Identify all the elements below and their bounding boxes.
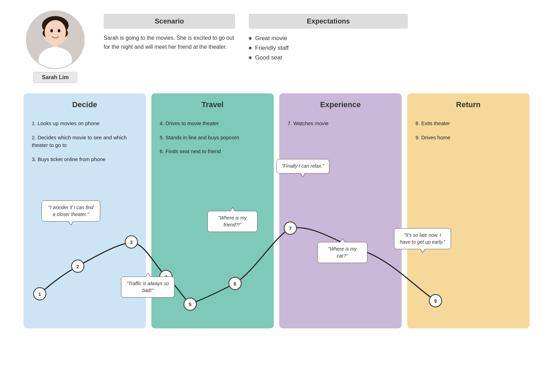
- avatar: [26, 10, 85, 69]
- scenario-box: Scenario Sarah is going to the movies. S…: [104, 14, 235, 63]
- step-return-9: 9. Drives home: [415, 134, 521, 142]
- svg-point-5: [50, 29, 53, 32]
- scenario-text: Sarah is going to the movies. She is exc…: [104, 34, 235, 51]
- step-decide-2: 2. Decides which movie to see and which …: [32, 134, 138, 149]
- persona-block: Sarah Lim: [21, 10, 90, 83]
- expectation-item-2: Friendly staff: [249, 43, 408, 53]
- svg-point-4: [45, 20, 66, 44]
- thought-bubble-7: "Finally I can relax.": [276, 159, 329, 174]
- info-blocks: Scenario Sarah is going to the movies. S…: [104, 14, 532, 63]
- column-header-travel: Travel: [160, 100, 265, 113]
- step-travel-4: 4. Drives to movie theater: [160, 120, 265, 128]
- column-return: Return 8. Exits theater 9. Drives home: [407, 93, 529, 328]
- step-travel-5: 5. Stands in line and buys popcorn: [160, 134, 265, 142]
- step-travel-6: 6. Finds seat next to friend: [160, 148, 265, 156]
- bullet-icon: [249, 37, 252, 40]
- column-header-decide: Decide: [32, 100, 138, 113]
- bullet-icon: [249, 56, 252, 59]
- expectations-box: Expectations Great movie Friendly staff …: [249, 14, 408, 63]
- column-header-experience: Experience: [288, 100, 393, 113]
- expectation-item-1: Great movie: [249, 34, 408, 43]
- expectations-header: Expectations: [249, 14, 408, 29]
- svg-point-6: [58, 29, 60, 32]
- step-decide-1: 1. Looks up movies on phone: [32, 120, 138, 128]
- step-experience-7: 7. Watches movie: [288, 120, 393, 128]
- header-section: Sarah Lim Scenario Sarah is going to the…: [21, 10, 532, 83]
- thought-bubble-9: "It's so late now. I have to get up earl…: [394, 228, 451, 249]
- thought-bubble-8: "Where is my car?": [317, 242, 367, 263]
- scenario-header: Scenario: [104, 14, 235, 29]
- step-decide-3: 3. Buys ticket online from phone: [32, 156, 138, 164]
- persona-name: Sarah Lim: [33, 72, 77, 83]
- journey-map: Decide 1. Looks up movies on phone 2. De…: [21, 93, 532, 328]
- thought-bubble-4: "Traffic is always so bad!": [121, 277, 175, 298]
- step-return-8: 8. Exits theater: [415, 120, 521, 128]
- column-experience: Experience 7. Watches movie: [279, 93, 402, 328]
- bullet-icon: [249, 47, 252, 49]
- thought-bubble-6: "Where is my friend?!": [207, 211, 257, 232]
- thought-bubble-2: "I wonder if I can find a closer theater…: [41, 200, 100, 222]
- expectations-list: Great movie Friendly staff Good seat: [249, 34, 408, 63]
- column-header-return: Return: [415, 100, 521, 113]
- page-container: Sarah Lim Scenario Sarah is going to the…: [0, 0, 553, 392]
- expectation-item-3: Good seat: [249, 53, 408, 63]
